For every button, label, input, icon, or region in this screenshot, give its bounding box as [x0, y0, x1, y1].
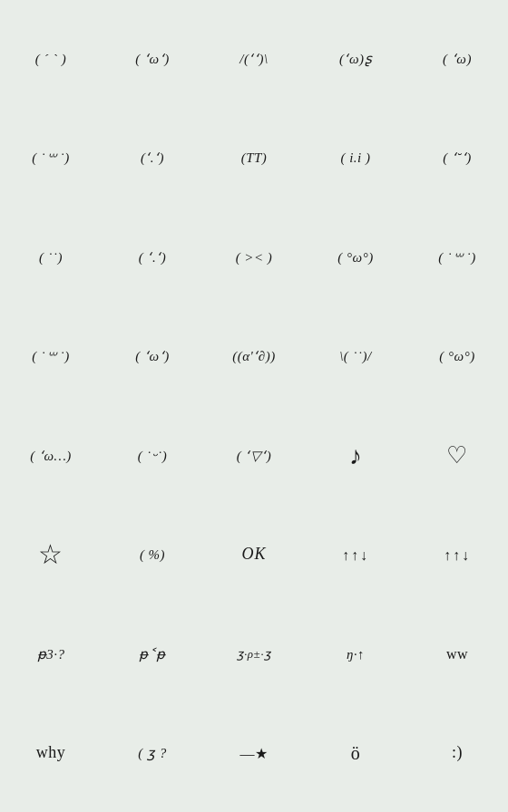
cell-r6c5[interactable]: ↑↑↓ [406, 506, 508, 605]
cell-r4c4[interactable]: \( ˙˙)/ [305, 307, 406, 407]
cell-r7c3[interactable]: ʒ·ρ±·ʒ [203, 604, 305, 704]
cell-r8c1[interactable]: why [0, 704, 102, 804]
cell-r8c5[interactable]: :) [406, 704, 508, 804]
cell-r1c3[interactable]: /(ʻʻ)\ [203, 9, 305, 109]
cell-r1c4[interactable]: (ʻω)ʂ [305, 9, 406, 109]
cell-r6c4[interactable]: ↑↑↓ [305, 506, 406, 605]
cell-r2c5[interactable]: ( ʻ˘ʻ) [406, 109, 508, 208]
emoji-grid: ( ´ ` )( ʻωʻ)/(ʻʻ)\(ʻω)ʂ( ʻω)( ˙꒳˙)(ʻ.ʻ)… [0, 0, 508, 812]
cell-r6c1[interactable]: ☆ [0, 506, 102, 605]
cell-r4c3[interactable]: ((α'ʻ∂)) [203, 307, 305, 407]
cell-r2c4[interactable]: ( i.i ) [305, 109, 406, 208]
cell-r6c2[interactable]: ( %) [102, 506, 203, 605]
cell-r2c2[interactable]: (ʻ.ʻ) [102, 109, 203, 208]
cell-r1c1[interactable]: ( ´ ` ) [0, 9, 102, 109]
cell-r7c2[interactable]: ᵽ˂ᵽ [102, 604, 203, 704]
cell-r2c1[interactable]: ( ˙꒳˙) [0, 109, 102, 208]
cell-r6c3[interactable]: OK [203, 506, 305, 605]
cell-r3c3[interactable]: ( >< ) [203, 208, 305, 307]
cell-r3c4[interactable]: ( °ω°) [305, 208, 406, 307]
cell-r5c4[interactable]: ♪ [305, 406, 406, 506]
cell-r4c1[interactable]: ( ˙꒳˙) [0, 307, 102, 407]
cell-r8c2[interactable]: ( ʒ ? [102, 704, 203, 804]
cell-r1c2[interactable]: ( ʻωʻ) [102, 9, 203, 109]
cell-r2c3[interactable]: (TT) [203, 109, 305, 208]
cell-r7c5[interactable]: ww [406, 604, 508, 704]
cell-r3c1[interactable]: ( ˙˙) [0, 208, 102, 307]
cell-r5c5[interactable]: ♡ [406, 406, 508, 506]
cell-r7c1[interactable]: ᵽ3·? [0, 604, 102, 704]
cell-r8c3[interactable]: —★ [203, 704, 305, 804]
cell-r5c1[interactable]: ( ʻω…) [0, 406, 102, 506]
cell-r3c2[interactable]: ( ʻ.ʻ) [102, 208, 203, 307]
cell-r5c3[interactable]: ( ʻ▽ʻ) [203, 406, 305, 506]
cell-r5c2[interactable]: ( ˙ᵕ˙) [102, 406, 203, 506]
cell-r4c2[interactable]: ( ʻωʻ) [102, 307, 203, 407]
cell-r1c5[interactable]: ( ʻω) [406, 9, 508, 109]
cell-r8c4[interactable]: ö [305, 704, 406, 804]
cell-r3c5[interactable]: ( ˙꒳˙) [406, 208, 508, 307]
cell-r7c4[interactable]: ŋ·↑ [305, 604, 406, 704]
cell-r4c5[interactable]: ( °ω°) [406, 307, 508, 407]
